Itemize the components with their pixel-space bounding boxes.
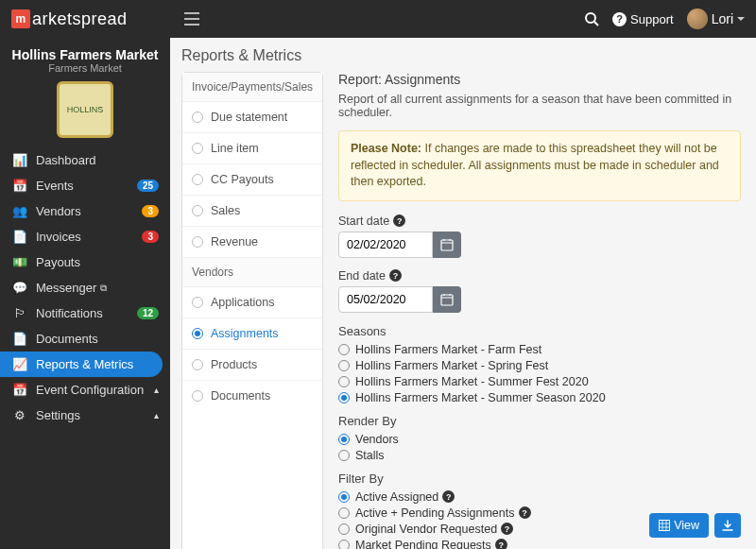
report-list-item-assignments[interactable]: Assignments — [182, 318, 322, 350]
list-item-label: Applications — [211, 296, 274, 309]
radio-icon — [338, 360, 350, 371]
season-option[interactable]: Hollins Farmers Market - Spring Fest — [338, 359, 741, 372]
hamburger-icon[interactable] — [184, 12, 199, 26]
list-item-label: Revenue — [211, 235, 258, 249]
view-button[interactable]: View — [649, 513, 709, 538]
list-item-label: Documents — [211, 389, 270, 403]
help-icon[interactable]: ? — [495, 539, 507, 549]
nav-label: Reports & Metrics — [36, 357, 133, 371]
report-list-item-revenue[interactable]: Revenue — [182, 227, 322, 258]
radio-icon — [338, 540, 350, 550]
render-by-label: Render By — [338, 414, 741, 428]
report-list-item-sales[interactable]: Sales — [182, 196, 322, 227]
chevron-up-icon: ▴ — [154, 385, 159, 395]
chevron-up-icon: ▴ — [154, 410, 159, 420]
nav-item-events[interactable]: 📅Events25 — [0, 173, 170, 198]
help-icon[interactable]: ? — [519, 506, 531, 519]
list-item-label: Line item — [211, 142, 259, 155]
nav-label: Payouts — [36, 255, 80, 269]
nav-icon: 🏳 — [11, 306, 28, 320]
radio-label: Hollins Farmers Market - Summer Fest 202… — [355, 375, 589, 388]
start-date-calendar-button[interactable] — [433, 232, 461, 258]
nav-item-reports-metrics[interactable]: 📈Reports & Metrics — [0, 352, 163, 377]
note-box: Please Note: If changes are made to this… — [338, 130, 741, 201]
nav-badge: 12 — [137, 307, 159, 319]
report-description: Report of all current assignments for a … — [338, 93, 741, 119]
season-option[interactable]: Hollins Farmers Market - Summer Season 2… — [338, 391, 741, 404]
brand-logo-text: arketspread — [32, 9, 128, 29]
season-option[interactable]: Hollins Farmers Market - Farm Fest — [338, 343, 741, 356]
radio-icon — [192, 297, 203, 308]
svg-point-0 — [586, 13, 595, 23]
nav-label: Event Configuration — [36, 383, 144, 397]
radio-label: Vendors — [355, 433, 399, 446]
topbar: marketspread ? Support Lori — [0, 0, 756, 38]
report-list: Invoice/Payments/SalesDue statementLine … — [181, 72, 323, 549]
seasons-label: Seasons — [338, 324, 741, 338]
radio-label: Hollins Farmers Market - Summer Season 2… — [355, 391, 606, 404]
nav-item-dashboard[interactable]: 📊Dashboard — [0, 147, 170, 173]
help-icon[interactable]: ? — [501, 523, 513, 535]
brand-logo[interactable]: marketspread — [11, 9, 128, 29]
nav-icon: 📄 — [11, 332, 28, 346]
note-prefix: Please Note: — [351, 142, 421, 155]
nav-icon: ⚙ — [11, 408, 28, 422]
end-date-input[interactable] — [338, 286, 433, 313]
list-item-label: Assignments — [211, 327, 279, 340]
radio-label: Hollins Farmers Market - Spring Fest — [355, 359, 548, 372]
radio-label: Hollins Farmers Market - Farm Fest — [355, 343, 541, 356]
list-item-label: Products — [211, 358, 257, 371]
radio-icon — [192, 390, 203, 402]
filter-by-option[interactable]: Market Pending Requests ? — [338, 539, 741, 550]
support-link[interactable]: ? Support — [612, 12, 674, 26]
nav-item-invoices[interactable]: 📄Invoices3 — [0, 224, 170, 249]
search-icon[interactable] — [584, 11, 599, 26]
report-list-item-line-item[interactable]: Line item — [182, 133, 322, 164]
radio-icon — [192, 359, 203, 370]
nav-label: Invoices — [36, 230, 81, 244]
nav-item-notifications[interactable]: 🏳Notifications12 — [0, 300, 170, 326]
start-date-input[interactable] — [338, 232, 433, 258]
nav-label: Documents — [36, 332, 98, 346]
nav-badge: 3 — [142, 231, 159, 243]
radio-icon — [192, 328, 203, 339]
calendar-icon — [440, 238, 454, 251]
radio-label: Market Pending Requests — [355, 539, 491, 550]
help-icon[interactable]: ? — [393, 214, 405, 227]
list-item-label: Due statement — [211, 111, 287, 124]
report-list-item-products[interactable]: Products — [182, 350, 322, 381]
nav-label: Settings — [36, 408, 80, 422]
nav-item-payouts[interactable]: 💵Payouts — [0, 249, 170, 275]
radio-icon — [338, 376, 350, 387]
svg-rect-1 — [441, 240, 453, 250]
nav-item-messenger[interactable]: 💬Messenger⧉ — [0, 275, 170, 300]
end-date-calendar-button[interactable] — [433, 286, 461, 313]
render-by-option[interactable]: Stalls — [338, 449, 741, 462]
render-by-option[interactable]: Vendors — [338, 433, 741, 446]
help-icon[interactable]: ? — [389, 269, 402, 282]
nav-label: Messenger — [36, 281, 96, 295]
nav-item-settings[interactable]: ⚙Settings▴ — [0, 403, 170, 428]
filter-by-option[interactable]: Active Assigned ? — [338, 490, 741, 504]
external-link-icon: ⧉ — [100, 283, 107, 294]
download-button[interactable] — [714, 513, 741, 538]
nav-label: Vendors — [36, 204, 81, 218]
report-list-item-applications[interactable]: Applications — [182, 287, 322, 318]
report-list-item-due-statement[interactable]: Due statement — [182, 102, 322, 133]
report-list-item-cc-payouts[interactable]: CC Payouts — [182, 164, 322, 196]
sidebar: Hollins Farmers Market Farmers Market HO… — [0, 38, 170, 549]
nav-item-documents[interactable]: 📄Documents — [0, 326, 170, 352]
radio-icon — [338, 450, 350, 461]
user-menu[interactable]: Lori — [687, 9, 745, 29]
help-icon[interactable]: ? — [442, 490, 455, 503]
nav-item-event-configuration[interactable]: 📅Event Configuration▴ — [0, 377, 170, 403]
nav-item-vendors[interactable]: 👥Vendors3 — [0, 198, 170, 224]
report-list-item-documents[interactable]: Documents — [182, 381, 322, 411]
nav-badge: 25 — [137, 180, 159, 192]
season-option[interactable]: Hollins Farmers Market - Summer Fest 202… — [338, 375, 741, 388]
nav-label: Notifications — [36, 306, 103, 320]
nav-icon: 👥 — [11, 204, 28, 218]
brand-logo-box: m — [11, 9, 30, 28]
org-logo[interactable]: HOLLINS — [57, 81, 113, 138]
list-item-label: Sales — [211, 204, 240, 217]
